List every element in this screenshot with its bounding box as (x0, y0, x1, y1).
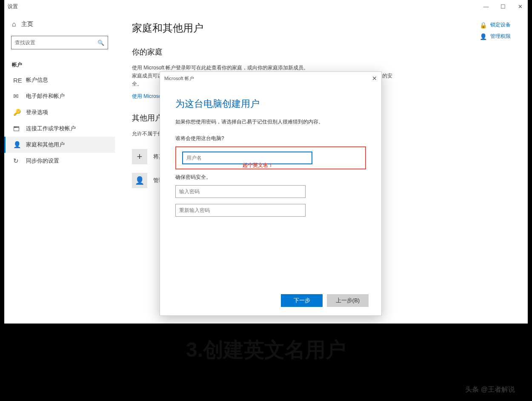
dialog-titlebar: Microsoft 帐户 ✕ (160, 72, 381, 85)
plus-icon: + (132, 149, 147, 164)
maximize-button[interactable]: ☐ (499, 3, 507, 10)
account-info-icon: RE (13, 77, 21, 84)
dialog-body: 为这台电脑创建用户 如果你想使用密码，请选择自己易于记住但别人很难猜到的内容。 … (160, 85, 381, 235)
next-button[interactable]: 下一步 (281, 294, 323, 307)
right-link-lock[interactable]: 🔒 锁定设备 (480, 21, 511, 29)
sidebar-item-label: 同步你的设置 (26, 157, 59, 165)
your-family-title: 你的家庭 (132, 47, 511, 57)
user-icon: 👤 (480, 33, 487, 40)
dialog-heading: 为这台电脑创建用户 (175, 97, 366, 110)
sidebar-item-label: 帐户信息 (26, 76, 48, 84)
sidebar-item-email[interactable]: ✉ 电子邮件和帐户 (4, 88, 115, 104)
sidebar-item-signin[interactable]: 🔑 登录选项 (4, 104, 115, 120)
sidebar-item-family[interactable]: 👤 家庭和其他用户 (4, 137, 115, 153)
sync-icon: ↻ (13, 157, 21, 165)
right-link-label: 管理权限 (490, 33, 511, 40)
right-link-manage[interactable]: 👤 管理权限 (480, 33, 511, 40)
briefcase-icon: 🗔 (13, 125, 21, 132)
settings-window: 设置 — ☐ ✕ ⌂ 主页 查找设置 🔍 帐户 RE 帐户信息 ✉ 电子邮件和帐… (4, 0, 528, 324)
search-placeholder: 查找设置 (15, 39, 35, 46)
close-button[interactable]: ✕ (516, 3, 524, 10)
dialog-footer: 下一步 上一步(B) (281, 294, 369, 307)
sidebar-item-account-info[interactable]: RE 帐户信息 (4, 72, 115, 88)
dialog-title: Microsoft 帐户 (164, 75, 194, 82)
search-icon: 🔍 (97, 40, 104, 46)
dialog-close-button[interactable]: ✕ (372, 75, 377, 82)
create-user-dialog: Microsoft 帐户 ✕ 为这台电脑创建用户 如果你想使用密码，请选择自己易… (160, 72, 382, 316)
sidebar-item-label: 电子邮件和帐户 (26, 92, 65, 100)
sidebar-item-work-school[interactable]: 🗔 连接工作或学校帐户 (4, 120, 115, 137)
dialog-desc: 如果你想使用密码，请选择自己易于记住但别人很难猜到的内容。 (175, 118, 366, 126)
search-input[interactable]: 查找设置 🔍 (11, 36, 108, 49)
sidebar-item-sync[interactable]: ↻ 同步你的设置 (4, 153, 115, 169)
back-button[interactable]: 上一步(B) (327, 294, 369, 307)
family-desc-1: 使用 Microsoft 帐户登录即可在此处查看你的家庭，或向你的家庭添加新成员… (132, 64, 396, 72)
avatar-icon: 👤 (132, 173, 147, 188)
sidebar: ⌂ 主页 查找设置 🔍 帐户 RE 帐户信息 ✉ 电子邮件和帐户 🔑 登录选项 … (4, 13, 115, 324)
password-confirm-input[interactable] (175, 204, 306, 217)
sidebar-item-label: 连接工作或学校帐户 (26, 125, 76, 132)
home-nav[interactable]: ⌂ 主页 (4, 17, 115, 32)
sidebar-item-label: 登录选项 (26, 109, 48, 116)
person-icon: 👤 (13, 141, 21, 149)
red-annotation-text: 起个英文名！ (243, 162, 273, 169)
sidebar-item-label: 家庭和其他用户 (26, 141, 65, 149)
page-title: 家庭和其他用户 (132, 21, 511, 35)
titlebar: 设置 — ☐ ✕ (4, 0, 528, 13)
lock-icon: 🔒 (480, 22, 487, 29)
minimize-button[interactable]: — (482, 3, 490, 10)
tutorial-caption: 3.创建英文名用户 (0, 336, 532, 364)
key-icon: 🔑 (13, 109, 21, 116)
home-icon: ⌂ (12, 20, 16, 28)
window-controls: — ☐ ✕ (482, 3, 524, 10)
window-title: 设置 (8, 3, 18, 10)
right-links: 🔒 锁定设备 👤 管理权限 (480, 21, 511, 44)
sidebar-section-label: 帐户 (4, 54, 115, 72)
right-link-label: 锁定设备 (490, 21, 511, 29)
home-label: 主页 (21, 20, 33, 28)
watermark: 头条 @王者解说 (465, 385, 515, 394)
password-question: 确保密码安全。 (175, 174, 366, 181)
password-input[interactable] (175, 185, 306, 198)
email-icon: ✉ (13, 92, 21, 100)
username-question: 谁将会使用这台电脑? (175, 135, 366, 142)
